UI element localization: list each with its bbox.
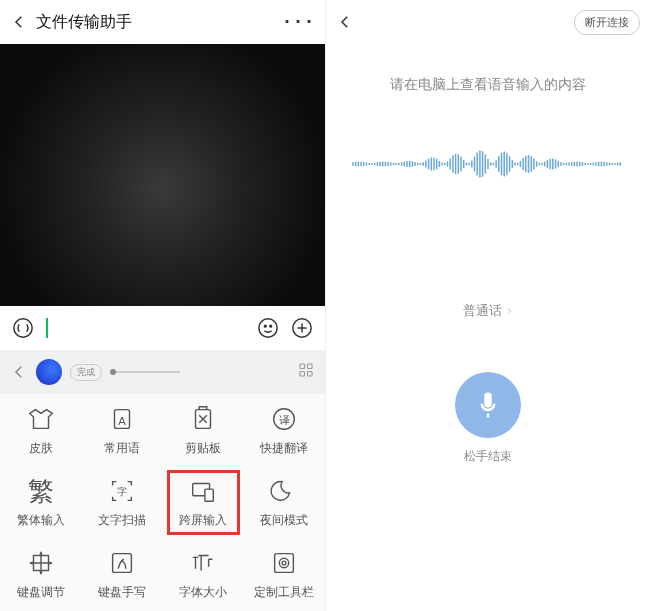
tool-label: 定制工具栏 <box>254 584 314 601</box>
svg-text:A: A <box>118 414 126 426</box>
language-select[interactable]: 普通话 <box>463 302 514 320</box>
mic-label: 松手结束 <box>464 448 512 465</box>
chat-panel: 文件传输助手 ･･･ 完成 皮肤 <box>0 0 326 611</box>
svg-rect-17 <box>193 483 210 495</box>
tool-label: 夜间模式 <box>260 512 308 529</box>
fontsize-icon <box>188 548 218 578</box>
moon-icon <box>269 476 299 506</box>
handwrite-icon <box>107 548 137 578</box>
keyboard-topbar: 完成 <box>0 350 325 394</box>
tool-clipboard[interactable]: 剪贴板 <box>163 394 244 466</box>
message-input-field[interactable] <box>48 315 245 341</box>
apps-icon[interactable] <box>297 361 315 383</box>
gear-icon <box>269 548 299 578</box>
tool-label: 跨屏输入 <box>179 512 227 529</box>
tool-trad[interactable]: 繁 繁体输入 <box>0 466 81 538</box>
svg-rect-8 <box>308 364 313 369</box>
tool-label: 键盘调节 <box>17 584 65 601</box>
tool-label: 字体大小 <box>179 584 227 601</box>
tool-phrases[interactable]: A 常用语 <box>81 394 162 466</box>
svg-point-3 <box>270 325 272 327</box>
svg-text:译: 译 <box>279 413 290 425</box>
tool-label: 快捷翻译 <box>260 440 308 457</box>
tool-cross-screen[interactable]: 跨屏输入 <box>163 466 244 538</box>
cross-screen-icon <box>188 476 218 506</box>
tool-label: 皮肤 <box>29 440 53 457</box>
resize-icon <box>26 548 56 578</box>
chat-header: 文件传输助手 ･･･ <box>0 0 325 44</box>
waveform <box>348 146 628 182</box>
tool-label: 文字扫描 <box>98 512 146 529</box>
tool-translate[interactable]: 译 快捷翻译 <box>244 394 325 466</box>
text-cursor <box>46 318 48 338</box>
kb-back-icon[interactable] <box>10 363 28 381</box>
svg-point-1 <box>259 319 277 337</box>
svg-rect-10 <box>308 372 313 377</box>
mic-icon <box>473 390 503 420</box>
tool-night[interactable]: 夜间模式 <box>244 466 325 538</box>
voice-icon[interactable] <box>12 317 34 339</box>
plus-icon[interactable] <box>291 317 313 339</box>
language-label: 普通话 <box>463 302 502 320</box>
tool-fontsize[interactable]: 字体大小 <box>163 539 244 611</box>
letter-icon: A <box>107 404 137 434</box>
clipboard-icon <box>188 404 218 434</box>
tool-skin[interactable]: 皮肤 <box>0 394 81 466</box>
tool-ocr[interactable]: 字 文字扫描 <box>81 466 162 538</box>
chat-title: 文件传输助手 <box>36 12 274 33</box>
voice-back-icon[interactable] <box>336 13 354 31</box>
voice-body: 请在电脑上查看语音输入的内容 普通话 松手结束 <box>326 44 650 611</box>
svg-rect-20 <box>113 554 132 573</box>
voice-panel: 断开连接 请在电脑上查看语音输入的内容 普通话 松手结束 <box>326 0 650 611</box>
tool-label: 繁体输入 <box>17 512 65 529</box>
message-input[interactable] <box>46 315 245 341</box>
translate-icon: 译 <box>269 404 299 434</box>
tool-label: 常用语 <box>104 440 140 457</box>
tool-resize[interactable]: 键盘调节 <box>0 539 81 611</box>
scan-icon: 字 <box>107 476 137 506</box>
input-row <box>0 306 325 350</box>
mic-area: 松手结束 <box>455 372 521 465</box>
ime-avatar[interactable] <box>36 359 62 385</box>
svg-rect-9 <box>300 372 305 377</box>
svg-rect-21 <box>275 554 294 573</box>
voice-header: 断开连接 <box>326 0 650 44</box>
tool-label: 剪贴板 <box>185 440 221 457</box>
tool-custom[interactable]: 定制工具栏 <box>244 539 325 611</box>
svg-text:字: 字 <box>117 486 127 497</box>
chevron-right-icon <box>504 306 514 316</box>
svg-point-23 <box>283 561 287 565</box>
fan-icon: 繁 <box>28 478 54 504</box>
tool-grid: 皮肤 A 常用语 剪贴板 译 快捷翻译 繁 繁体输入 字 文字扫描 跨屏输入 夜… <box>0 394 325 611</box>
message-image[interactable] <box>0 44 325 306</box>
emoji-icon[interactable] <box>257 317 279 339</box>
disconnect-button[interactable]: 断开连接 <box>574 10 640 35</box>
svg-point-2 <box>264 325 266 327</box>
done-pill[interactable]: 完成 <box>70 364 102 381</box>
svg-point-0 <box>14 319 32 337</box>
shirt-icon <box>26 404 56 434</box>
tool-label: 键盘手写 <box>98 584 146 601</box>
svg-rect-7 <box>300 364 305 369</box>
mic-button[interactable] <box>455 372 521 438</box>
back-icon[interactable] <box>10 13 28 31</box>
svg-point-22 <box>280 559 289 568</box>
tool-handwrite[interactable]: 键盘手写 <box>81 539 162 611</box>
voice-hint: 请在电脑上查看语音输入的内容 <box>390 76 586 94</box>
mini-slider[interactable] <box>110 371 180 373</box>
svg-rect-18 <box>205 489 213 501</box>
more-icon[interactable]: ･･･ <box>282 11 315 34</box>
